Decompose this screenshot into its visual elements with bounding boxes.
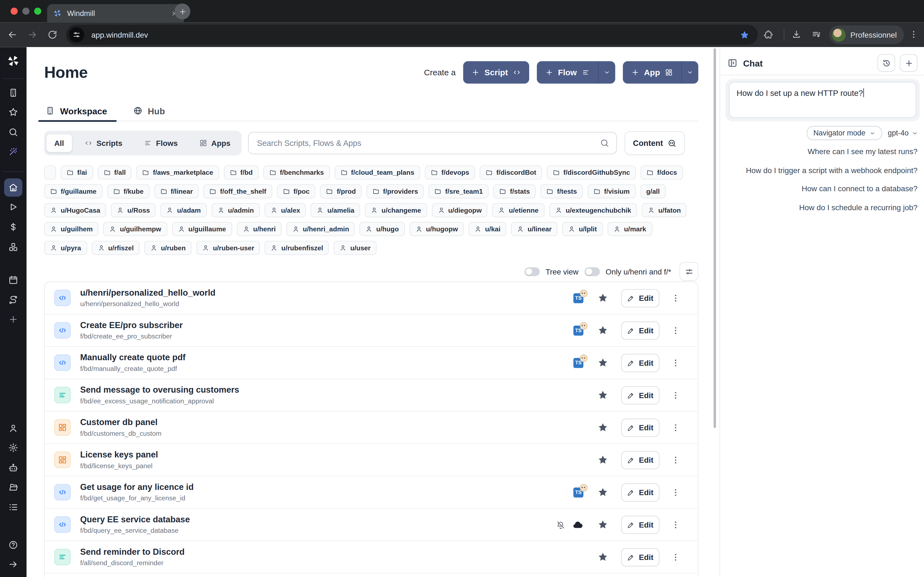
user-chip[interactable]: u/guilhempw xyxy=(103,222,167,236)
edit-button[interactable]: Edit xyxy=(621,548,659,566)
browser-profile-button[interactable]: Professionnel xyxy=(829,25,904,44)
new-tab-button[interactable] xyxy=(174,3,190,19)
tree-view-toggle[interactable] xyxy=(524,267,540,276)
edit-button[interactable]: Edit xyxy=(621,451,659,469)
tab-workspace[interactable]: Workspace xyxy=(44,101,108,121)
user-chip[interactable]: u/rfiszel xyxy=(92,241,140,255)
sidebar-item-search[interactable] xyxy=(0,127,26,137)
folder-chip[interactable]: f/providers xyxy=(367,184,424,198)
edit-button[interactable]: Edit xyxy=(621,289,659,307)
downloads-icon[interactable] xyxy=(792,29,801,39)
folder-chip[interactable]: f/benchmarks xyxy=(263,165,330,179)
folder-chip[interactable]: f/guillaume xyxy=(44,184,103,198)
browser-menu-icon[interactable] xyxy=(909,29,919,39)
sidebar-item-folders[interactable] xyxy=(0,482,26,492)
filter-scripts[interactable]: Scripts xyxy=(74,134,132,152)
item-menu-button[interactable] xyxy=(671,487,681,497)
folder-chip[interactable]: f/off_the_shelf xyxy=(204,184,272,198)
folder-chip[interactable]: f/all xyxy=(98,165,132,179)
user-chip[interactable]: u/HugoCasa xyxy=(44,203,106,217)
sidebar-item-home[interactable] xyxy=(4,178,22,197)
collapse-panel-icon[interactable] xyxy=(727,58,738,68)
list-item[interactable]: License keys panelf/bd/license_keys_pane… xyxy=(45,443,698,476)
user-chip[interactable]: u/rubenfiszel xyxy=(265,241,329,255)
chat-model-select[interactable]: gpt-4o xyxy=(888,129,918,137)
user-chip[interactable]: u/ruben xyxy=(144,241,192,255)
create-script-button[interactable]: Script xyxy=(464,61,529,84)
address-bar[interactable]: app.windmill.dev xyxy=(66,25,758,45)
sidebar-item-workers[interactable] xyxy=(0,463,26,472)
user-chip[interactable]: u/exteugenchubchik xyxy=(549,203,637,217)
filter-apps[interactable]: Apps xyxy=(189,134,240,152)
item-menu-button[interactable] xyxy=(671,455,681,465)
folder-chip[interactable]: f/bd xyxy=(224,165,259,179)
window-zoom-button[interactable] xyxy=(34,8,41,15)
folder-chip[interactable]: f/discordBot xyxy=(480,165,542,179)
folder-chip[interactable]: f/devops xyxy=(425,165,475,179)
search-field[interactable] xyxy=(256,138,600,148)
folder-chip[interactable]: f/stats xyxy=(493,184,536,198)
user-chip[interactable]: u/diegopw xyxy=(432,203,488,217)
sidebar-item-runs[interactable] xyxy=(0,202,26,212)
user-chip[interactable]: u/faton xyxy=(642,203,687,217)
main-scrollbar[interactable] xyxy=(714,48,716,428)
user-chip[interactable]: u/hugo xyxy=(360,222,405,236)
user-chip[interactable]: u/alex xyxy=(265,203,306,217)
window-close-button[interactable] xyxy=(11,8,18,15)
sidebar-item-usage[interactable] xyxy=(0,222,26,232)
search-input[interactable] xyxy=(248,132,617,154)
edit-button[interactable]: Edit xyxy=(621,386,659,404)
sidebar-item-create[interactable] xyxy=(0,314,26,324)
sidebar-item-workspace[interactable] xyxy=(0,88,26,98)
list-item[interactable]: u/henri/personalized_hello_worldu/henri/… xyxy=(45,282,698,314)
only-filter-toggle[interactable] xyxy=(585,267,600,276)
content-search-button[interactable]: Content xyxy=(625,131,685,155)
folder-chip[interactable]: f/prod xyxy=(320,184,362,198)
chat-suggestion[interactable]: Where can I see my latest runs? xyxy=(723,147,918,156)
filter-flows[interactable]: Flows xyxy=(134,134,187,152)
favorite-star-button[interactable] xyxy=(598,293,608,303)
folder-chip[interactable]: f/visium xyxy=(588,184,636,198)
edit-button[interactable]: Edit xyxy=(621,516,659,533)
folder-chip[interactable]: f/sre_team1 xyxy=(429,184,489,198)
item-menu-button[interactable] xyxy=(671,293,681,303)
sidebar-item-assets[interactable] xyxy=(0,242,26,252)
folder-chip[interactable]: f/docs xyxy=(640,165,683,179)
user-chip[interactable]: u/mark xyxy=(607,222,652,236)
forward-button[interactable] xyxy=(27,29,38,40)
back-button[interactable] xyxy=(7,29,18,40)
item-menu-button[interactable] xyxy=(671,325,681,335)
chat-suggestion[interactable]: How do I schedule a recurring job? xyxy=(723,203,918,211)
chat-suggestion[interactable]: How can I connect to a database? xyxy=(723,184,918,193)
folder-chip[interactable]: f/tests xyxy=(540,184,583,198)
sidebar-item-settings[interactable] xyxy=(0,443,26,453)
folder-chip[interactable]: f/cloud_team_plans xyxy=(334,165,420,179)
chat-input[interactable]: How do I set up a new HTTP route? xyxy=(729,82,916,118)
media-controls-icon[interactable] xyxy=(811,29,821,39)
empty-chip[interactable] xyxy=(44,165,56,179)
item-menu-button[interactable] xyxy=(671,358,681,367)
user-chip[interactable]: u/linear xyxy=(511,222,557,236)
user-chip[interactable]: u/Ross xyxy=(111,203,156,217)
edit-button[interactable]: Edit xyxy=(621,354,659,372)
sidebar-item-ai[interactable] xyxy=(0,147,26,156)
tab-hub[interactable]: Hub xyxy=(132,101,166,121)
item-menu-button[interactable] xyxy=(671,422,681,432)
favorite-star-button[interactable] xyxy=(598,487,608,498)
create-app-button[interactable]: App xyxy=(623,61,698,84)
list-item[interactable]: Customer db panelf/bd/customers_db_custo… xyxy=(45,411,698,443)
favorite-star-button[interactable] xyxy=(598,552,608,562)
user-chip[interactable]: u/lplit xyxy=(562,222,603,236)
create-app-dropdown[interactable] xyxy=(681,61,698,84)
edit-button[interactable]: Edit xyxy=(621,321,659,339)
list-item[interactable]: Update customer contact channelf/bd/upda… xyxy=(45,573,698,577)
chat-suggestion[interactable]: How do I trigger a script with a webhook… xyxy=(723,166,918,174)
create-flow-dropdown[interactable] xyxy=(598,61,615,84)
sidebar-item-account[interactable] xyxy=(0,424,26,433)
chat-history-button[interactable] xyxy=(877,54,895,72)
user-chip[interactable]: u/adam xyxy=(161,203,207,217)
sidebar-item-schedules[interactable] xyxy=(0,275,26,285)
sidebar-item-logs[interactable] xyxy=(0,502,26,512)
window-minimize-button[interactable] xyxy=(22,8,29,15)
edit-button[interactable]: Edit xyxy=(621,419,659,437)
